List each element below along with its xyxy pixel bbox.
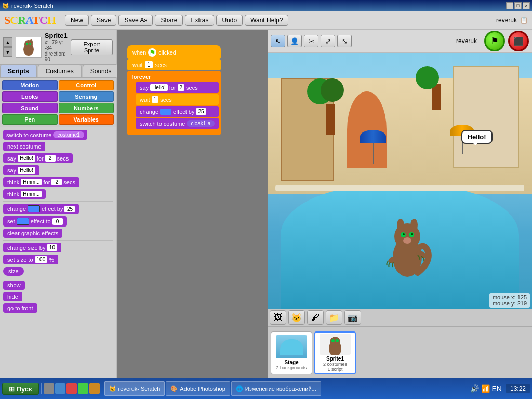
cat-pen[interactable]: Pen xyxy=(2,114,58,125)
forever-block[interactable]: forever say Hello! for 2 secs wait 1 sec… xyxy=(127,71,221,135)
taskbar-browser[interactable]: 🌐 Изменение изображений... xyxy=(231,381,321,396)
tab-costumes[interactable]: Costumes xyxy=(38,65,82,77)
start-button[interactable]: ⊞ Пуск xyxy=(2,383,39,395)
svg-point-19 xyxy=(336,339,339,342)
folder-button[interactable]: 📁 xyxy=(326,310,342,325)
left-panel: ▲ ▼ Sprite1 x: -79 y: -84 directio xyxy=(0,30,117,378)
sprites-panel: Stage 2 backgrounds Sprite1 2 cost xyxy=(268,326,532,378)
stage-tools: ↖ 👤 ✂ ⤢ ⤡ xyxy=(271,35,352,47)
cat-control[interactable]: Control xyxy=(59,80,114,90)
export-sprite-button[interactable]: Export Sprite xyxy=(71,39,113,55)
cat-sensing[interactable]: Sensing xyxy=(59,91,114,102)
block-show[interactable]: show xyxy=(3,281,113,290)
app-icon-1[interactable] xyxy=(66,383,77,394)
scissors-tool[interactable]: ✂ xyxy=(304,35,318,47)
taskbar-photoshop[interactable]: 🎨 Adobe Photoshop xyxy=(166,381,230,396)
block-say-secs[interactable]: say Hello! for 2 secs xyxy=(3,153,113,163)
stop-button[interactable]: ⬛ xyxy=(508,31,529,51)
block-go-to-front[interactable]: go to front xyxy=(3,303,113,313)
svg-point-12 xyxy=(411,233,413,235)
block-think-secs[interactable]: think Hmm... for 2 secs xyxy=(3,177,113,187)
ie-icon[interactable] xyxy=(44,383,54,394)
block-hide[interactable]: hide xyxy=(3,292,113,301)
browser-icon[interactable] xyxy=(55,383,65,394)
select-tool[interactable]: ↖ xyxy=(271,35,285,47)
network-icon: 📶 xyxy=(481,384,490,393)
sprite-nav-up[interactable]: ▲ xyxy=(3,37,12,47)
tab-scripts[interactable]: Scripts xyxy=(0,65,37,77)
grow-tool[interactable]: ⤢ xyxy=(321,35,335,47)
window-controls[interactable]: _ □ × xyxy=(506,2,530,9)
save-button[interactable]: Save xyxy=(91,15,116,26)
sprite-preview xyxy=(16,37,42,58)
stamp-tool[interactable]: 👤 xyxy=(287,35,302,47)
user-icon: 📋 xyxy=(520,17,528,24)
block-think[interactable]: think Hmm... xyxy=(3,189,113,199)
maximize-button[interactable]: □ xyxy=(514,2,522,9)
script-blocks: when ⚑ clicked wait 1 secs forever say xyxy=(127,45,221,135)
titlebar: 🐱 reveruk- Scratch _ □ × xyxy=(0,0,532,11)
script-area[interactable]: when ⚑ clicked wait 1 secs forever say xyxy=(117,30,268,378)
username-display: reveruk xyxy=(456,37,477,45)
mouse-coords: mouse x: 125 mouse y: 219 xyxy=(489,293,530,308)
sprite1-thumbnail[interactable]: Sprite1 2 costumes 1 script xyxy=(314,331,356,374)
clock: 13:22 xyxy=(506,384,530,393)
go-button[interactable]: ⚑ xyxy=(484,31,505,51)
sprite1-info1: 2 costumes xyxy=(323,362,347,367)
svg-point-4 xyxy=(29,43,31,45)
minimize-button[interactable]: _ xyxy=(506,2,513,9)
menubar: SCRATCH New Save Save As Share Extras Un… xyxy=(0,11,532,30)
svg-point-18 xyxy=(331,339,335,342)
camera-button[interactable]: 📷 xyxy=(344,310,361,325)
block-switch-costume[interactable]: switch to costume costume1 xyxy=(3,130,113,140)
shrink-tool[interactable]: ⤡ xyxy=(337,35,352,47)
scratch-logo: SCRATCH xyxy=(4,14,56,27)
tab-sounds[interactable]: Sounds xyxy=(83,65,119,77)
block-say[interactable]: say Hello! xyxy=(3,165,113,175)
block-size-reporter[interactable]: size xyxy=(3,267,113,276)
app-icon-3[interactable] xyxy=(89,383,100,394)
block-set-color-effect[interactable]: set effect to 0 xyxy=(3,216,113,227)
sys-tray-icons: 🔊 📶 EN xyxy=(470,384,502,393)
stage-bottom-bar: 🖼 🐱 🖌 📁 📷 xyxy=(268,309,532,326)
new-sprite-paint-button[interactable]: 🖼 xyxy=(270,310,286,325)
cat-variables[interactable]: Variables xyxy=(59,114,114,125)
new-button[interactable]: New xyxy=(65,15,89,26)
paint-button[interactable]: 🖌 xyxy=(307,310,324,325)
switch-costume-block[interactable]: switch to costume cloak1-a xyxy=(136,118,219,129)
cat-sound[interactable]: Sound xyxy=(2,103,58,113)
mouse-y-value: 219 xyxy=(517,300,527,307)
mouse-x-value: 125 xyxy=(517,294,527,300)
wait-block-1[interactable]: wait 1 secs xyxy=(127,59,221,70)
help-button[interactable]: Want Help? xyxy=(245,15,288,26)
username: reveruk xyxy=(496,17,517,24)
block-change-color-effect[interactable]: change effect by 25 xyxy=(3,204,113,214)
save-as-button[interactable]: Save As xyxy=(118,15,153,26)
share-button[interactable]: Share xyxy=(155,15,183,26)
block-change-size[interactable]: change size by 10 xyxy=(3,243,113,252)
change-color-block[interactable]: change effect by 25 xyxy=(136,106,219,117)
hat-block[interactable]: when ⚑ clicked xyxy=(127,45,221,59)
block-next-costume[interactable]: next costume xyxy=(3,142,113,151)
cat-motion[interactable]: Motion xyxy=(2,80,58,90)
cat-numbers[interactable]: Numbers xyxy=(59,103,114,113)
taskbar-scratch[interactable]: 🐱 reveruk- Scratch xyxy=(104,381,165,396)
new-sprite-button[interactable]: 🐱 xyxy=(288,310,305,325)
wait-block-2[interactable]: wait 1 secs xyxy=(136,94,219,105)
user-area: reveruk 📋 xyxy=(496,17,528,24)
volume-icon[interactable]: 🔊 xyxy=(470,384,479,393)
cat-looks[interactable]: Looks xyxy=(2,91,58,102)
undo-button[interactable]: Undo xyxy=(216,15,243,26)
block-clear-effects[interactable]: clear graphic effects xyxy=(3,229,113,238)
say-block[interactable]: say Hello! for 2 secs xyxy=(136,82,219,93)
blocks-list: switch to costume costume1 next costume … xyxy=(0,127,116,378)
close-button[interactable]: × xyxy=(523,2,530,9)
extras-button[interactable]: Extras xyxy=(185,15,214,26)
stage-thumbnail[interactable]: Stage 2 backgrounds xyxy=(271,331,312,374)
language-indicator: EN xyxy=(492,384,502,393)
menu-buttons: New Save Save As Share Extras Undo Want … xyxy=(65,15,288,26)
sprite-creature[interactable] xyxy=(379,205,436,283)
block-set-size[interactable]: set size to 100 % xyxy=(3,255,113,264)
sprite-nav-down[interactable]: ▼ xyxy=(3,47,12,57)
app-icon-2[interactable] xyxy=(78,383,88,394)
